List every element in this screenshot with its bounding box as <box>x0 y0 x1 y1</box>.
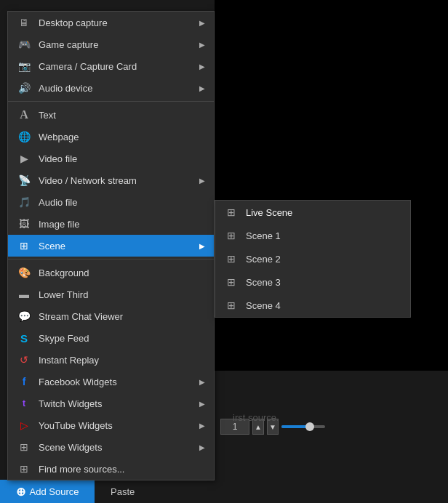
submenu-item-live-scene[interactable]: ⊞ Live Scene <box>215 201 410 224</box>
lower-third-icon: ▬ <box>17 287 31 302</box>
game-capture-icon: 🎮 <box>17 37 31 52</box>
live-scene-icon: ⊞ <box>224 205 239 220</box>
zoom-slider-fill <box>281 425 308 428</box>
game-capture-label: Game capture <box>39 39 199 50</box>
text-label: Text <box>39 110 205 121</box>
twitch-widgets-icon: t <box>17 396 31 411</box>
lower-third-label: Lower Third <box>39 289 205 300</box>
paste-label: Paste <box>111 486 135 497</box>
camera-capture-icon: 📷 <box>17 59 31 73</box>
facebook-widgets-label: Facebook Widgets <box>39 377 199 387</box>
menu-item-audio-device[interactable]: 🔊 Audio device ▶ <box>8 77 214 99</box>
video-network-arrow: ▶ <box>199 177 205 185</box>
game-capture-arrow: ▶ <box>199 41 205 49</box>
background-label: Background <box>39 267 205 278</box>
add-source-label: Add Source <box>30 486 79 497</box>
menu-item-instant-replay[interactable]: ↺ Instant Replay <box>8 349 214 371</box>
stream-chat-label: Stream Chat Viewer <box>39 311 205 322</box>
zoom-slider-track[interactable] <box>281 425 325 428</box>
video-network-icon: 📡 <box>17 173 31 188</box>
menu-item-webpage[interactable]: 🌐 Webpage <box>8 126 214 148</box>
menu-item-image-file[interactable]: 🖼 Image file <box>8 213 214 235</box>
menu-item-game-capture[interactable]: 🎮 Game capture ▶ <box>8 33 214 55</box>
facebook-widgets-arrow: ▶ <box>199 378 205 386</box>
scene-widgets-arrow: ▶ <box>199 443 205 451</box>
twitch-widgets-label: Twitch Widgets <box>39 398 199 409</box>
scene-submenu: ⊞ Live Scene ⊞ Scene 1 ⊞ Scene 2 ⊞ Scene… <box>215 200 411 318</box>
source-hint: irst source. <box>233 412 279 423</box>
menu-item-youtube-widgets[interactable]: ▷ YouTube Widgets ▶ <box>8 414 214 436</box>
camera-capture-arrow: ▶ <box>199 63 205 71</box>
twitch-widgets-arrow: ▶ <box>199 400 205 408</box>
audio-device-arrow: ▶ <box>199 84 205 92</box>
menu-item-text[interactable]: A Text <box>8 104 214 126</box>
youtube-widgets-label: YouTube Widgets <box>39 420 199 431</box>
scene-arrow: ▶ <box>199 242 205 250</box>
skype-feed-label: Skype Feed <box>39 333 205 344</box>
menu-item-skype-feed[interactable]: S Skype Feed <box>8 327 214 349</box>
scene-label: Scene <box>39 241 199 252</box>
desktop-capture-arrow: ▶ <box>199 19 205 27</box>
menu-item-scene[interactable]: ⊞ Scene ▶ <box>8 235 214 257</box>
youtube-widgets-arrow: ▶ <box>199 422 205 430</box>
submenu-item-scene-1[interactable]: ⊞ Scene 1 <box>215 224 410 247</box>
video-file-label: Video file <box>39 153 205 164</box>
submenu-item-scene-4[interactable]: ⊞ Scene 4 <box>215 294 410 317</box>
webpage-icon: 🌐 <box>17 129 31 144</box>
menu-item-background[interactable]: 🎨 Background <box>8 262 214 283</box>
menu-item-desktop-capture[interactable]: 🖥 Desktop capture ▶ <box>8 12 214 33</box>
stream-chat-icon: 💬 <box>17 309 31 323</box>
scene-icon: ⊞ <box>17 238 31 253</box>
submenu-item-scene-3[interactable]: ⊞ Scene 3 <box>215 270 410 294</box>
scene-4-label: Scene 4 <box>246 300 401 311</box>
instant-replay-label: Instant Replay <box>39 355 205 366</box>
find-more-icon: ⊞ <box>17 462 31 476</box>
separator-1 <box>8 101 214 102</box>
image-file-icon: 🖼 <box>17 217 31 231</box>
add-source-button[interactable]: ⊕ Add Source <box>0 480 95 503</box>
menu-item-twitch-widgets[interactable]: t Twitch Widgets ▶ <box>8 393 214 414</box>
live-scene-label: Live Scene <box>246 207 401 218</box>
paste-button[interactable]: Paste <box>102 480 143 503</box>
video-file-icon: ▶ <box>17 151 31 166</box>
video-network-label: Video / Network stream <box>39 175 199 186</box>
menu-item-stream-chat[interactable]: 💬 Stream Chat Viewer <box>8 305 214 327</box>
separator-2 <box>8 259 214 259</box>
zoom-slider-container <box>281 425 325 428</box>
instant-replay-icon: ↺ <box>17 353 31 367</box>
menu-item-video-network[interactable]: 📡 Video / Network stream ▶ <box>8 169 214 191</box>
menu-item-video-file[interactable]: ▶ Video file <box>8 148 214 169</box>
scene-4-icon: ⊞ <box>224 298 239 313</box>
desktop-capture-label: Desktop capture <box>39 17 199 28</box>
submenu-item-scene-2[interactable]: ⊞ Scene 2 <box>215 247 410 270</box>
webpage-label: Webpage <box>39 132 205 142</box>
skype-feed-icon: S <box>17 331 31 345</box>
find-more-label: Find more sources... <box>39 464 205 475</box>
scene-3-icon: ⊞ <box>224 275 239 289</box>
menu-item-find-more[interactable]: ⊞ Find more sources... <box>8 458 214 480</box>
scene-2-icon: ⊞ <box>224 252 239 266</box>
menu-item-scene-widgets[interactable]: ⊞ Scene Widgets ▶ <box>8 436 214 458</box>
zoom-slider-thumb <box>305 422 314 431</box>
desktop-capture-icon: 🖥 <box>17 15 31 30</box>
scene-widgets-label: Scene Widgets <box>39 442 199 453</box>
facebook-widgets-icon: f <box>17 374 31 389</box>
scene-1-label: Scene 1 <box>246 230 401 241</box>
camera-capture-label: Camera / Capture Card <box>39 61 199 72</box>
menu-item-facebook-widgets[interactable]: f Facebook Widgets ▶ <box>8 371 214 393</box>
audio-file-label: Audio file <box>39 197 205 208</box>
menu-item-camera-capture[interactable]: 📷 Camera / Capture Card ▶ <box>8 55 214 77</box>
youtube-widgets-icon: ▷ <box>17 418 31 432</box>
scene-1-icon: ⊞ <box>224 228 239 243</box>
audio-device-icon: 🔊 <box>17 81 31 95</box>
menu-item-lower-third[interactable]: ▬ Lower Third <box>8 283 214 305</box>
scene-2-label: Scene 2 <box>246 254 401 265</box>
scene-widgets-icon: ⊞ <box>17 440 31 454</box>
audio-file-icon: 🎵 <box>17 195 31 209</box>
add-source-icon: ⊕ <box>16 485 25 499</box>
scene-3-label: Scene 3 <box>246 277 401 288</box>
menu-item-audio-file[interactable]: 🎵 Audio file <box>8 191 214 213</box>
context-menu: 🖥 Desktop capture ▶ 🎮 Game capture ▶ 📷 C… <box>7 11 215 480</box>
audio-device-label: Audio device <box>39 83 199 94</box>
text-icon: A <box>17 108 31 122</box>
